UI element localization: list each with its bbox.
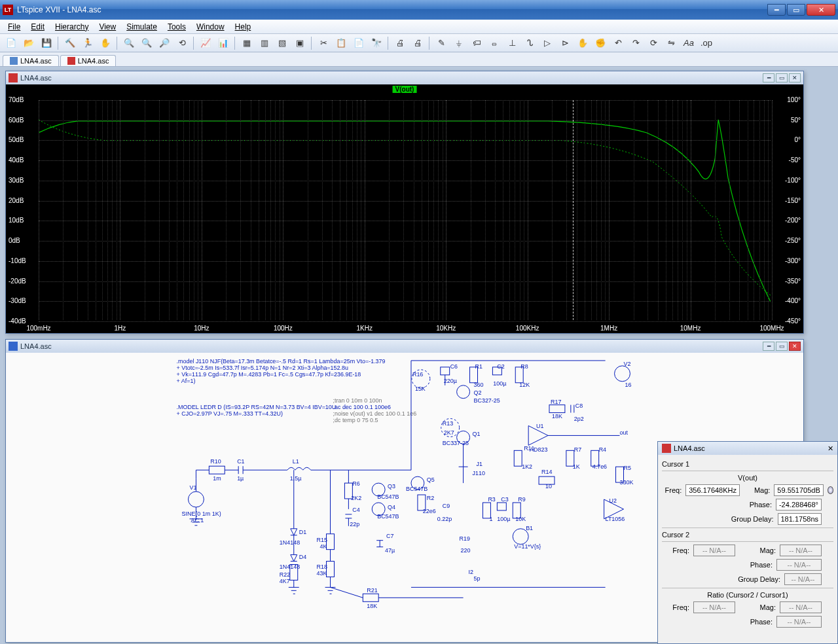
- svg-point-10: [188, 492, 204, 507]
- cursor1-freq-value[interactable]: 356.17648KHz: [685, 484, 740, 496]
- menu-view[interactable]: View: [94, 21, 121, 33]
- x-tick: 100KHz: [516, 325, 539, 332]
- find-button[interactable]: 🔭: [368, 36, 385, 50]
- wire-button[interactable]: ✎: [433, 36, 450, 50]
- paste-button[interactable]: 📄: [350, 36, 367, 50]
- menu-edit[interactable]: Edit: [26, 21, 50, 33]
- diode-button[interactable]: ▷: [539, 36, 556, 50]
- tab-plot[interactable]: LNA4.asc: [60, 55, 117, 66]
- ratio-freq-value: -- N/A--: [693, 601, 735, 613]
- window-title: LTspice XVII - LNA4.asc: [17, 5, 767, 14]
- svg-text:220µ: 220µ: [444, 378, 457, 384]
- y-right-tick: 50°: [791, 116, 801, 124]
- halt-button[interactable]: ✋: [97, 36, 114, 50]
- tile-h-button[interactable]: ▦: [238, 36, 255, 50]
- cursor-panel-close-button[interactable]: ✕: [828, 444, 833, 453]
- workspace: LNA4.asc ━ ▭ ✕ V(out) 70dB100°60dB50°50d…: [0, 67, 838, 644]
- y-left-tick: 50dB: [9, 136, 24, 143]
- redo-button[interactable]: ↷: [627, 36, 644, 50]
- zoom-fit-button[interactable]: 🔎: [156, 36, 173, 50]
- tile-v-button[interactable]: ▥: [256, 36, 273, 50]
- menu-window[interactable]: Window: [191, 21, 230, 33]
- menu-simulate[interactable]: Simulate: [121, 21, 162, 33]
- menu-tools[interactable]: Tools: [162, 21, 191, 33]
- svg-text:C2: C2: [497, 363, 504, 370]
- mirror-button[interactable]: ⇋: [663, 36, 680, 50]
- svg-text:BC547B: BC547B: [377, 493, 399, 500]
- new-schematic-button[interactable]: 📄: [3, 36, 20, 50]
- control-panel-button[interactable]: 🔨: [62, 36, 79, 50]
- app-icon: LT: [3, 5, 13, 15]
- move-button[interactable]: ✋: [574, 36, 591, 50]
- cursor-panel[interactable]: LNA4.asc ✕ Cursor 1 V(out) Freq: 356.176…: [657, 441, 838, 644]
- svg-text:C4: C4: [352, 507, 359, 513]
- inductor-button[interactable]: ᔐ: [521, 36, 538, 50]
- cursor-1-line[interactable]: [573, 100, 574, 320]
- cursor-panel-titlebar[interactable]: LNA4.asc ✕: [658, 442, 837, 455]
- drag-button[interactable]: ✊: [592, 36, 609, 50]
- zoom-back-button[interactable]: ⟲: [173, 36, 191, 50]
- autorange-button[interactable]: 📈: [197, 36, 214, 50]
- schem-minimize-button[interactable]: ━: [763, 342, 774, 351]
- svg-text:R5: R5: [623, 465, 630, 471]
- cursor1-groupdelay-value[interactable]: 181.1758ns: [778, 513, 822, 525]
- ground-button[interactable]: ⏚: [450, 36, 467, 50]
- schem-close-button[interactable]: ✕: [789, 342, 801, 351]
- svg-text:+ Vk=111.9 Cgd=47.7p M=.4283 P: + Vk=111.9 Cgd=47.7p M=.4283 Pb=1 Fc=.5 …: [177, 371, 361, 378]
- cursor1-phase-value[interactable]: -24.288468°: [776, 499, 822, 510]
- label-button[interactable]: 🏷: [468, 36, 485, 50]
- component-button[interactable]: ⊳: [556, 36, 574, 50]
- menu-file[interactable]: File: [3, 21, 26, 33]
- maximize-button[interactable]: ▭: [787, 4, 805, 16]
- resistor-button[interactable]: ⏛: [486, 36, 503, 50]
- plot-body[interactable]: V(out) 70dB100°60dB50°50dB0°40dB-50°30dB…: [6, 84, 803, 333]
- titlebar: LT LTspice XVII - LNA4.asc ━ ▭ ✕: [0, 0, 838, 20]
- menu-help[interactable]: Help: [230, 21, 257, 33]
- plot-canvas[interactable]: 70dB100°60dB50°50dB0°40dB-50°30dB-100°20…: [39, 100, 771, 320]
- svg-text:R3: R3: [488, 496, 495, 503]
- schem-maximize-button[interactable]: ▭: [776, 342, 788, 351]
- svg-text:D4: D4: [299, 554, 306, 560]
- trace-label[interactable]: V(out): [393, 86, 417, 93]
- svg-point-74: [615, 366, 630, 382]
- cursor2-groupdelay-value: -- N/A--: [784, 573, 822, 585]
- svg-text:Q5: Q5: [427, 476, 435, 483]
- setup-button[interactable]: 📊: [215, 36, 232, 50]
- cursor1-mag-value[interactable]: 59.551705dB: [774, 484, 823, 496]
- close-button[interactable]: ✕: [807, 4, 835, 16]
- minimize-button[interactable]: ━: [767, 4, 786, 16]
- cursor1-mode-button[interactable]: [828, 486, 833, 494]
- svg-text:2p2: 2p2: [574, 416, 584, 422]
- plot-window-titlebar[interactable]: LNA4.asc ━ ▭ ✕: [6, 71, 803, 84]
- svg-text:2K2: 2K2: [351, 495, 361, 501]
- text-button[interactable]: Aa: [680, 36, 697, 50]
- schematic-titlebar[interactable]: LNA4.asc ━ ▭ ✕: [6, 340, 803, 353]
- plot-minimize-button[interactable]: ━: [763, 73, 774, 82]
- capacitor-button[interactable]: ⊥: [503, 36, 520, 50]
- plot-maximize-button[interactable]: ▭: [776, 73, 788, 82]
- close-window-button[interactable]: ▣: [291, 36, 308, 50]
- plot-window-title: LNA4.asc: [20, 74, 52, 82]
- schematic-icon: [9, 342, 18, 351]
- cut-button[interactable]: ✂: [315, 36, 332, 50]
- print-button[interactable]: 🖨: [392, 36, 409, 50]
- save-button[interactable]: 💾: [38, 36, 55, 50]
- svg-text:R14: R14: [541, 469, 552, 475]
- plot-close-button[interactable]: ✕: [789, 73, 801, 82]
- undo-button[interactable]: ↶: [610, 36, 627, 50]
- svg-text:R17: R17: [551, 399, 561, 405]
- print-setup-button[interactable]: 🖨: [409, 36, 426, 50]
- copy-button[interactable]: 📋: [333, 36, 350, 50]
- spice-directive-button[interactable]: .op: [698, 36, 715, 50]
- svg-text:C6: C6: [450, 363, 458, 370]
- open-button[interactable]: 📂: [20, 36, 37, 50]
- run-button[interactable]: 🏃: [79, 36, 96, 50]
- cascade-button[interactable]: ▧: [274, 36, 291, 50]
- svg-text:1K: 1K: [573, 463, 580, 470]
- tab-schematic[interactable]: LNA4.asc: [3, 55, 59, 66]
- rotate-button[interactable]: ⟳: [645, 36, 662, 50]
- menu-hierarchy[interactable]: Hierarchy: [50, 21, 94, 33]
- zoom-out-button[interactable]: 🔍: [138, 36, 155, 50]
- zoom-in-button[interactable]: 🔍: [120, 36, 137, 50]
- svg-text:R19: R19: [460, 535, 470, 542]
